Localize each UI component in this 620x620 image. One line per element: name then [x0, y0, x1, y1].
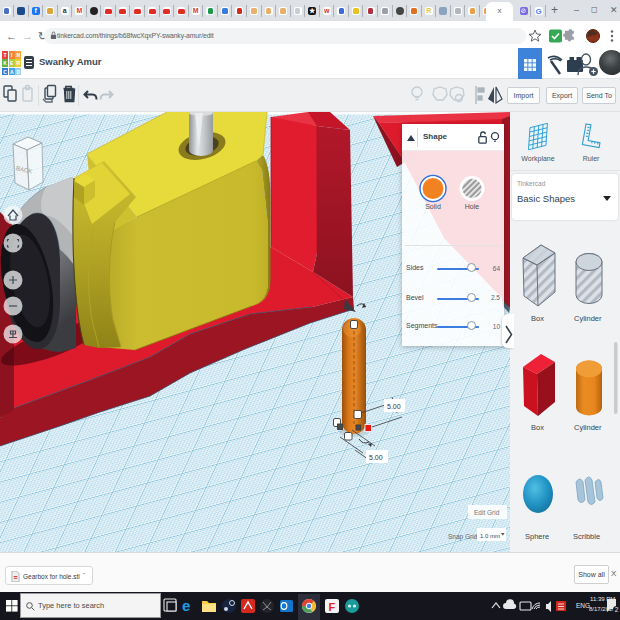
- svg-text:e: e: [182, 597, 190, 614]
- svg-text:5.00: 5.00: [387, 403, 401, 410]
- svg-text:5.00: 5.00: [369, 454, 383, 461]
- svg-text:Cylinder: Cylinder: [574, 314, 602, 323]
- svg-text:2: 2: [615, 606, 619, 613]
- svg-text:Sphere: Sphere: [525, 532, 549, 541]
- svg-text:1.0 mm: 1.0 mm: [480, 533, 500, 539]
- svg-text:Scribble: Scribble: [573, 532, 600, 541]
- svg-text:Cylinder: Cylinder: [574, 423, 602, 432]
- svg-text:Box: Box: [531, 423, 544, 432]
- svg-text:Box: Box: [531, 314, 544, 323]
- svg-text:F: F: [329, 601, 336, 613]
- svg-text:Snap Grid: Snap Grid: [448, 533, 478, 541]
- svg-text:Edit Grid: Edit Grid: [474, 509, 500, 516]
